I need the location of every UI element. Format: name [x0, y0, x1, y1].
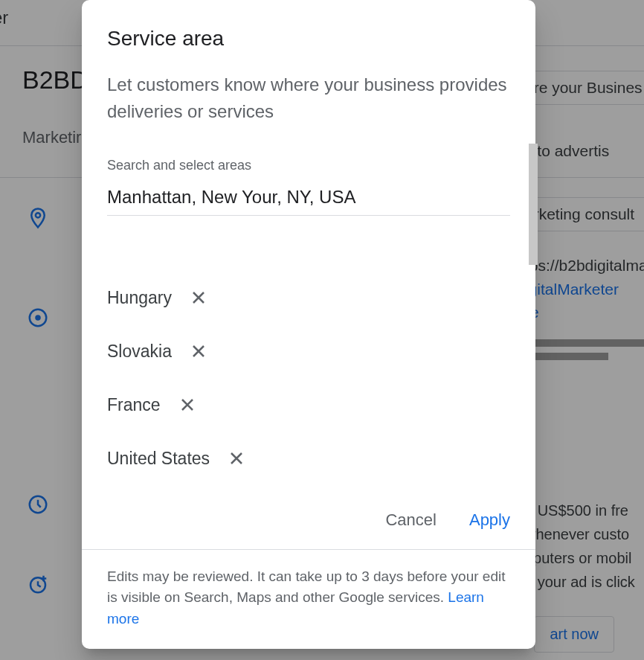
area-label: Slovakia: [107, 342, 172, 362]
modal-title: Service area: [107, 27, 510, 51]
modal-footer: Edits may be reviewed. It can take up to…: [82, 549, 535, 650]
remove-area-button[interactable]: [177, 394, 198, 415]
apply-button[interactable]: Apply: [469, 510, 510, 530]
footer-text: Edits may be reviewed. It can take up to…: [107, 568, 505, 606]
scrollbar[interactable]: [529, 144, 538, 265]
modal-description: Let customers know where your business p…: [107, 71, 510, 125]
area-item: United States: [107, 448, 510, 469]
remove-area-button[interactable]: [226, 448, 247, 469]
area-item: Hungary: [107, 287, 510, 308]
close-icon: [178, 396, 196, 414]
close-icon: [190, 342, 207, 360]
close-icon: [228, 449, 245, 467]
area-item: France: [107, 394, 510, 415]
service-area-modal: Service area Let customers know where yo…: [82, 0, 535, 649]
search-field-label: Search and select areas: [107, 158, 510, 173]
search-input[interactable]: [107, 182, 510, 216]
selected-areas-list: Hungary Slovakia France United States: [107, 287, 510, 469]
area-label: Hungary: [107, 288, 172, 308]
remove-area-button[interactable]: [188, 287, 209, 308]
modal-content: Service area Let customers know where yo…: [82, 0, 535, 494]
area-label: France: [107, 395, 161, 415]
remove-area-button[interactable]: [188, 341, 209, 362]
modal-actions: Cancel Apply: [82, 494, 535, 549]
footer-notice: Edits may be reviewed. It can take up to…: [107, 566, 510, 630]
cancel-button[interactable]: Cancel: [385, 510, 436, 530]
close-icon: [190, 289, 207, 307]
area-label: United States: [107, 449, 210, 469]
area-item: Slovakia: [107, 341, 510, 362]
